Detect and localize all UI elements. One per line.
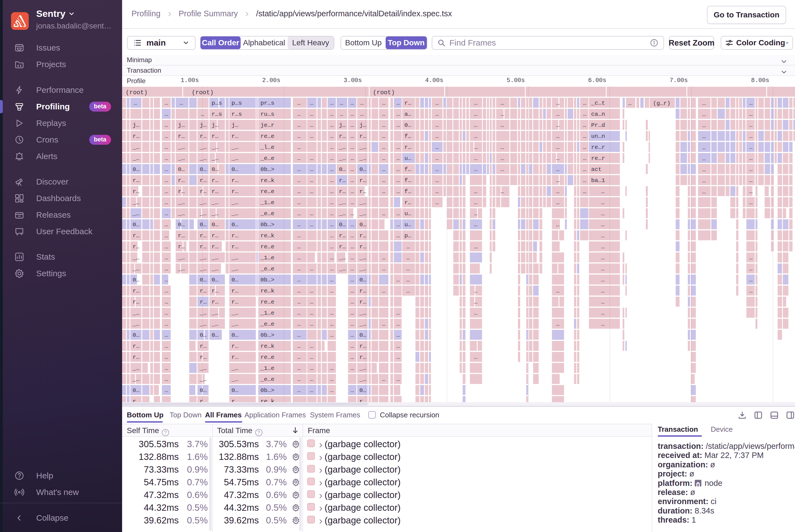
svg-text:…: … [330, 144, 334, 151]
svg-text:_…: _… [231, 365, 239, 372]
svg-text:…: … [310, 299, 314, 305]
svg-text:…: … [749, 266, 753, 272]
svg-text:…: … [310, 177, 314, 184]
svg-text:…: … [297, 200, 301, 206]
svg-text:0…: 0… [200, 387, 207, 394]
svg-text:…: … [297, 144, 301, 151]
svg-text:…: … [556, 321, 560, 327]
svg-text:Pr…d: Pr…d [591, 122, 605, 129]
svg-text:_…: _… [200, 255, 207, 261]
svg-text:…: … [474, 354, 478, 360]
svg-text:j…: j… [231, 122, 239, 129]
svg-text:…: … [749, 144, 753, 151]
svg-text:…: … [330, 376, 334, 383]
svg-text:…: … [330, 365, 334, 372]
svg-text:…: … [297, 244, 301, 250]
svg-text:…: … [406, 255, 410, 261]
svg-text:_e…e: _e…e [260, 376, 274, 383]
svg-text:ru…s: ru…s [261, 111, 274, 117]
svg-text:_…: _… [132, 255, 139, 261]
svg-text:…: … [474, 133, 478, 139]
svg-text:…: … [382, 100, 385, 106]
svg-text:r…: r… [200, 244, 207, 250]
svg-text:…: … [749, 155, 753, 162]
svg-text:…: … [297, 100, 301, 106]
svg-text:…: … [310, 133, 314, 139]
svg-text:0…: 0… [178, 222, 185, 228]
svg-text:…: … [474, 299, 478, 305]
svg-text:…: … [396, 111, 400, 117]
svg-text:…: … [351, 166, 354, 173]
svg-text:…: … [179, 100, 183, 106]
svg-text:_e…e: _e…e [260, 321, 274, 327]
svg-text:_…: _… [200, 310, 207, 316]
svg-text:_1…e: _1…e [260, 200, 274, 206]
svg-text:…: … [351, 266, 354, 272]
svg-text:…: … [601, 321, 605, 327]
svg-text:…: … [310, 122, 314, 129]
svg-text:…: … [396, 277, 400, 283]
svg-text:…: … [702, 122, 706, 129]
svg-text:…: … [297, 177, 301, 184]
svg-text:…: … [165, 266, 168, 272]
svg-text:…: … [165, 200, 168, 206]
svg-text:…: … [165, 222, 168, 228]
svg-text:re…k: re…k [261, 343, 274, 349]
svg-text:…: … [297, 387, 301, 394]
svg-text:r…: r… [339, 133, 346, 139]
svg-text:…: … [749, 188, 753, 195]
svg-text:r…: r… [212, 244, 219, 250]
svg-text:…: … [749, 277, 753, 283]
svg-text:_…: _… [231, 210, 239, 217]
svg-text:…: … [474, 144, 478, 151]
svg-text:…: … [500, 166, 504, 173]
svg-text:_…: _… [231, 310, 239, 316]
svg-text:…: … [749, 288, 753, 294]
svg-text:…: … [351, 210, 354, 217]
svg-text:…: … [474, 122, 478, 129]
svg-text:…: … [330, 210, 334, 217]
svg-text:…: … [556, 144, 560, 151]
svg-text:r…: r… [212, 133, 219, 139]
svg-text:r…: r… [133, 354, 139, 360]
svg-text:…: … [500, 188, 504, 195]
svg-text:r…: r… [339, 177, 346, 184]
svg-text:_…: _… [211, 321, 219, 327]
svg-text:_…: _… [177, 255, 185, 261]
svg-text:r…: r… [339, 244, 346, 250]
svg-text:f…: f… [404, 133, 411, 139]
svg-text:_…: _… [200, 144, 207, 151]
svg-text:u…: u… [404, 155, 411, 162]
svg-text:re…e: re…e [261, 133, 274, 139]
svg-text:…: … [749, 111, 753, 117]
svg-text:r…: r… [231, 288, 239, 294]
svg-text:…: … [406, 244, 410, 250]
svg-text:…: … [396, 144, 400, 151]
svg-text:r…: r… [200, 343, 207, 349]
svg-text:…: … [351, 277, 354, 283]
svg-text:r…: r… [133, 232, 139, 239]
svg-text:_…: _… [339, 155, 346, 162]
svg-text:…: … [351, 321, 354, 327]
svg-text:_…: _… [200, 210, 207, 217]
svg-text:_…: _… [200, 321, 207, 327]
svg-text:…: … [351, 100, 354, 106]
svg-text:un…n: un…n [591, 133, 605, 139]
svg-text:…: … [382, 376, 385, 383]
svg-text:…: … [382, 111, 385, 117]
svg-text:_…: _… [211, 310, 219, 316]
svg-text:_…: _… [231, 376, 239, 383]
svg-text:…: … [165, 255, 168, 261]
svg-text:_…: _… [132, 321, 139, 327]
svg-text:r…s: r…s [231, 111, 242, 117]
svg-text:…: … [702, 155, 706, 162]
svg-text:…: … [340, 111, 343, 117]
svg-text:…: … [297, 210, 301, 217]
svg-text:_…: _… [231, 321, 239, 327]
svg-text:…: … [330, 177, 334, 184]
svg-text:…: … [297, 255, 301, 261]
svg-text:…: … [396, 376, 400, 383]
svg-text:re…e: re…e [261, 299, 274, 305]
svg-text:…: … [382, 210, 385, 217]
svg-text:re…k: re…k [261, 288, 274, 294]
